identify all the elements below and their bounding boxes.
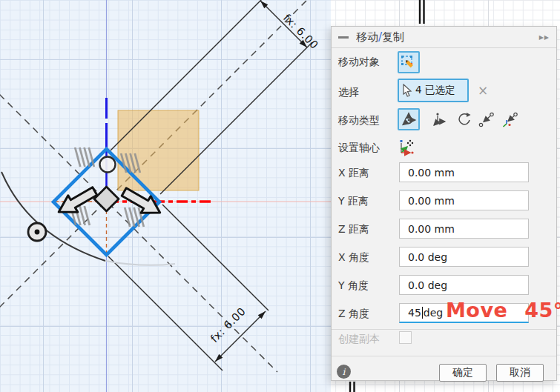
move-object-button[interactable] [398,51,420,73]
dimension-top-text: fx: 6.00 [281,12,320,51]
row-x-distance: X 距离 [332,162,556,182]
create-copy-label: 创建副本 [338,332,380,345]
move-type-point-to-position-button[interactable] [499,110,520,130]
set-pivot-button[interactable] [395,136,417,158]
dimension-top[interactable]: fx: 6.00 [260,1,320,51]
divider [332,356,556,356]
move-object-label: 移动对象 [338,55,380,68]
pivot-axes-icon [395,136,416,157]
dimension-bottom-text: fx: 6.00 [208,305,248,345]
move-copy-dialog: 移动/复制 ▶▶ 移动对象 选择 4 已选定 [331,26,557,381]
dialog-titlebar[interactable]: 移动/复制 ▶▶ [332,27,556,48]
selection-button[interactable]: 4 已选定 [398,79,469,102]
select-objects-icon [400,53,418,71]
move-type-translate-button[interactable] [431,110,450,130]
move-type-label: 移动类型 [338,113,380,127]
center-move-handle[interactable] [94,187,119,211]
y-angle-label: Y 角度 [338,279,369,292]
free-move-icon [400,110,418,128]
y-distance-label: Y 距离 [338,194,369,207]
point-handle[interactable] [100,157,116,173]
point-to-position-icon [500,111,519,129]
move-type-rotate-button[interactable] [455,110,474,130]
flyout-icon[interactable]: ▶▶ [539,34,550,41]
point-to-point-icon [478,111,495,129]
collapse-icon[interactable] [338,36,349,39]
original-square-highlight[interactable] [118,110,199,190]
x-angle-input[interactable] [399,247,529,267]
rotation-arc [1,172,105,261]
z-distance-input[interactable] [399,219,529,239]
divider [332,329,556,330]
move-45-annotation: Move 45° [446,299,560,322]
sketch-parallel-lines-bottom[interactable] [348,381,357,392]
dialog-title: 移动/复制 [356,30,404,44]
selection-label: 选择 [338,85,359,99]
clear-selection-icon[interactable]: × [478,84,488,97]
info-icon[interactable]: i [337,365,351,379]
set-pivot-label: 设置轴心 [338,141,380,154]
x-angle-label: X 角度 [338,250,369,264]
text-caret [422,307,423,319]
selection-count: 4 已选定 [415,84,455,97]
z-angle-label: Z 角度 [338,307,369,320]
x-distance-input[interactable] [399,162,529,182]
arc-point-marker[interactable] [28,223,46,241]
z-angle-unit: deg [424,307,443,319]
z-distance-label: Z 距离 [338,222,369,236]
move-type-point-to-point-button[interactable] [477,110,496,130]
sketch-parallel-lines-top[interactable] [418,0,426,24]
cursor-icon [402,84,413,97]
ok-button[interactable]: 确定 [439,364,487,382]
rotate-icon [455,111,473,129]
dimension-bottom[interactable]: fx: 6.00 [208,305,266,362]
translate-icon [432,111,449,129]
cancel-button[interactable]: 取消 [496,364,544,382]
sketch-canvas[interactable]: fx: 6.00 fx: 6.00 [0,0,331,392]
row-z-distance: Z 距离 [332,219,556,239]
app-window: fx: 6.00 fx: 6.00 [0,0,560,392]
y-distance-input[interactable] [399,190,529,210]
row-x-angle: X 角度 [332,247,556,267]
row-y-angle: Y 角度 [332,275,556,295]
create-copy-checkbox[interactable] [399,331,412,344]
z-angle-value: 45 [408,307,421,319]
y-angle-input[interactable] [399,275,529,295]
move-type-free-move-button[interactable] [398,108,420,130]
x-distance-label: X 距离 [338,166,369,179]
sketch-svg[interactable]: fx: 6.00 fx: 6.00 [0,0,331,392]
row-y-distance: Y 距离 [332,190,556,210]
